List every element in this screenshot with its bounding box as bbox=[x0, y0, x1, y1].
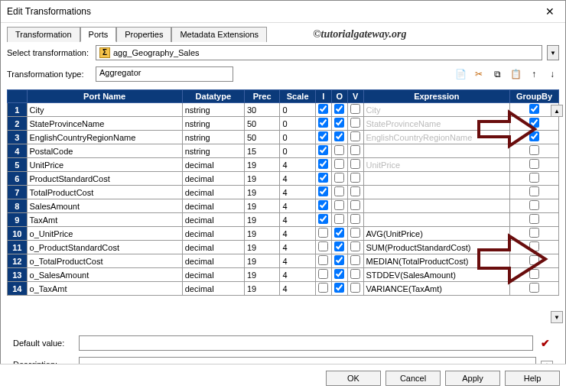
cell-output-flag[interactable] bbox=[331, 213, 347, 227]
cell-expression[interactable]: EnglishCountryRegionName bbox=[363, 131, 510, 144]
cell-expression[interactable]: UnitPrice bbox=[363, 158, 510, 172]
table-row[interactable]: 1Citynstring300City bbox=[8, 103, 559, 117]
cell-prec[interactable]: 19 bbox=[244, 186, 279, 199]
cell-variable-flag[interactable] bbox=[347, 241, 363, 254]
cell-variable-flag[interactable] bbox=[347, 172, 363, 186]
select-transformation-dropdown-btn[interactable]: ▼ bbox=[547, 45, 559, 60]
cell-datatype[interactable]: nstring bbox=[182, 144, 244, 158]
table-row[interactable]: 3EnglishCountryRegionNamenstring500Engli… bbox=[8, 131, 559, 144]
copy-icon[interactable]: ⧉ bbox=[490, 67, 504, 81]
cell-input-flag[interactable] bbox=[315, 241, 331, 254]
cell-datatype[interactable]: decimal bbox=[182, 199, 244, 213]
cell-datatype[interactable]: decimal bbox=[182, 186, 244, 199]
cell-expression[interactable] bbox=[363, 213, 510, 227]
cell-output-flag[interactable] bbox=[331, 144, 347, 158]
cell-input-flag[interactable] bbox=[315, 158, 331, 172]
cell-port-name[interactable]: o_TotalProductCost bbox=[27, 254, 182, 268]
help-button[interactable]: Help bbox=[505, 371, 560, 386]
cell-groupby[interactable] bbox=[510, 144, 559, 158]
cell-scale[interactable]: 4 bbox=[280, 282, 315, 296]
cell-groupby[interactable] bbox=[510, 131, 559, 144]
cell-output-flag[interactable] bbox=[331, 186, 347, 199]
cell-scale[interactable]: 4 bbox=[280, 213, 315, 227]
cell-groupby[interactable] bbox=[510, 282, 559, 296]
cell-input-flag[interactable] bbox=[315, 172, 331, 186]
paste-icon[interactable]: 📋 bbox=[509, 67, 522, 81]
cell-variable-flag[interactable] bbox=[347, 186, 363, 199]
cell-port-name[interactable]: EnglishCountryRegionName bbox=[27, 131, 182, 144]
cell-datatype[interactable]: decimal bbox=[182, 213, 244, 227]
cell-port-name[interactable]: City bbox=[27, 103, 182, 117]
cell-port-name[interactable]: TotalProductCost bbox=[27, 186, 182, 199]
col-groupby[interactable]: GroupBy bbox=[510, 90, 559, 103]
cancel-button[interactable]: Cancel bbox=[385, 371, 441, 386]
cell-expression[interactable]: City bbox=[363, 103, 510, 117]
cell-expression[interactable] bbox=[363, 172, 510, 186]
cell-output-flag[interactable] bbox=[331, 199, 347, 213]
cell-port-name[interactable]: o_SalesAmount bbox=[27, 268, 182, 282]
cell-scale[interactable]: 4 bbox=[280, 172, 315, 186]
cell-scale[interactable]: 4 bbox=[280, 158, 315, 172]
grid-scroll-up[interactable]: ▲ bbox=[551, 105, 563, 117]
grid-scroll-down[interactable]: ▼ bbox=[551, 311, 563, 323]
cell-scale[interactable]: 4 bbox=[280, 199, 315, 213]
table-row[interactable]: 10o_UnitPricedecimal194AVG(UnitPrice) bbox=[8, 227, 559, 241]
add-port-icon[interactable]: 📄 bbox=[454, 67, 467, 81]
cell-variable-flag[interactable] bbox=[347, 144, 363, 158]
cell-output-flag[interactable] bbox=[331, 241, 347, 254]
cell-prec[interactable]: 19 bbox=[244, 268, 279, 282]
cell-input-flag[interactable] bbox=[315, 268, 331, 282]
col-port-name[interactable]: Port Name bbox=[27, 90, 182, 103]
cell-groupby[interactable] bbox=[510, 186, 559, 199]
cell-datatype[interactable]: nstring bbox=[182, 131, 244, 144]
col-prec[interactable]: Prec bbox=[244, 90, 279, 103]
col-o[interactable]: O bbox=[331, 90, 347, 103]
cell-prec[interactable]: 50 bbox=[244, 131, 279, 144]
cell-output-flag[interactable] bbox=[331, 117, 347, 131]
cell-port-name[interactable]: TaxAmt bbox=[27, 213, 182, 227]
cell-prec[interactable]: 19 bbox=[244, 158, 279, 172]
cell-scale[interactable]: 4 bbox=[280, 227, 315, 241]
apply-button[interactable]: Apply bbox=[445, 371, 500, 386]
cell-output-flag[interactable] bbox=[331, 282, 347, 296]
cell-prec[interactable]: 19 bbox=[244, 254, 279, 268]
cell-datatype[interactable]: decimal bbox=[182, 254, 244, 268]
cell-variable-flag[interactable] bbox=[347, 158, 363, 172]
cell-variable-flag[interactable] bbox=[347, 213, 363, 227]
table-row[interactable]: 14o_TaxAmtdecimal194VARIANCE(TaxAmt) bbox=[8, 282, 559, 296]
cell-port-name[interactable]: o_ProductStandardCost bbox=[27, 241, 182, 254]
cell-port-name[interactable]: SalesAmount bbox=[27, 199, 182, 213]
table-row[interactable]: 5UnitPricedecimal194UnitPrice bbox=[8, 158, 559, 172]
col-scale[interactable]: Scale bbox=[280, 90, 315, 103]
cell-datatype[interactable]: decimal bbox=[182, 268, 244, 282]
cell-prec[interactable]: 19 bbox=[244, 227, 279, 241]
cell-input-flag[interactable] bbox=[315, 186, 331, 199]
cell-datatype[interactable]: decimal bbox=[182, 158, 244, 172]
close-icon[interactable]: ✕ bbox=[541, 5, 559, 18]
cell-expression[interactable] bbox=[363, 186, 510, 199]
tab-metadata-extensions[interactable]: Metadata Extensions bbox=[171, 27, 267, 42]
cell-scale[interactable]: 4 bbox=[280, 254, 315, 268]
cell-groupby[interactable] bbox=[510, 158, 559, 172]
cell-output-flag[interactable] bbox=[331, 254, 347, 268]
cell-prec[interactable]: 50 bbox=[244, 117, 279, 131]
cell-variable-flag[interactable] bbox=[347, 199, 363, 213]
validate-icon[interactable]: ✔ bbox=[538, 337, 553, 349]
cell-port-name[interactable]: UnitPrice bbox=[27, 158, 182, 172]
cell-port-name[interactable]: ProductStandardCost bbox=[27, 172, 182, 186]
cell-expression[interactable]: VARIANCE(TaxAmt) bbox=[363, 282, 510, 296]
cell-datatype[interactable]: decimal bbox=[182, 241, 244, 254]
tab-ports[interactable]: Ports bbox=[80, 27, 117, 42]
cell-expression[interactable] bbox=[363, 199, 510, 213]
cell-port-name[interactable]: PostalCode bbox=[27, 144, 182, 158]
cell-datatype[interactable]: nstring bbox=[182, 117, 244, 131]
tab-properties[interactable]: Properties bbox=[116, 27, 171, 42]
cell-prec[interactable]: 30 bbox=[244, 103, 279, 117]
col-i[interactable]: I bbox=[315, 90, 331, 103]
tab-transformation[interactable]: Transformation bbox=[7, 27, 80, 42]
cell-groupby[interactable] bbox=[510, 172, 559, 186]
cell-expression[interactable]: MEDIAN(TotalProductCost) bbox=[363, 254, 510, 268]
cell-output-flag[interactable] bbox=[331, 172, 347, 186]
cell-scale[interactable]: 0 bbox=[280, 131, 315, 144]
cell-datatype[interactable]: decimal bbox=[182, 172, 244, 186]
